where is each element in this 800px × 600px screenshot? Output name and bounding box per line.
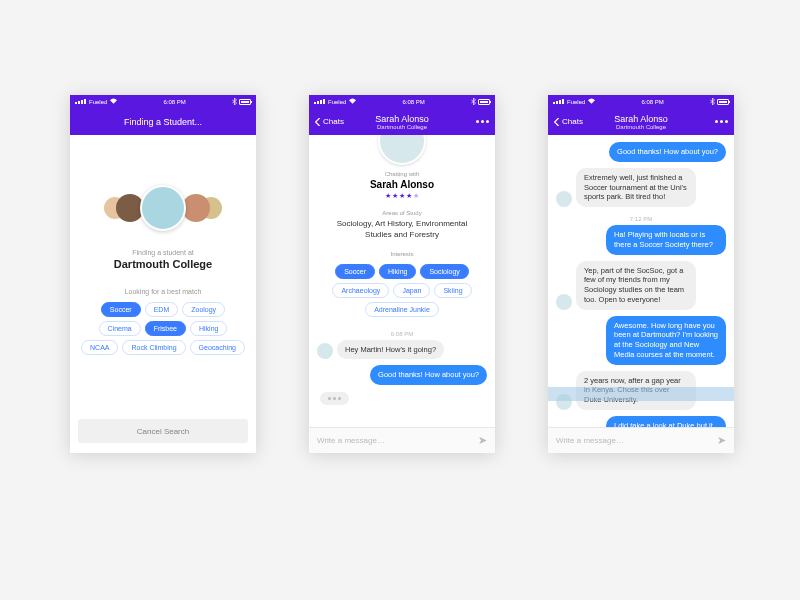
nav-title: Finding a Student...: [70, 117, 256, 127]
composer-placeholder: Write a message…: [556, 436, 624, 445]
avatar-carousel[interactable]: [70, 185, 256, 231]
avatar[interactable]: [182, 194, 210, 222]
interest-pill[interactable]: Frisbee: [145, 321, 186, 336]
back-label: Chats: [562, 117, 583, 126]
profile-avatar[interactable]: [378, 135, 426, 165]
interest-pill[interactable]: Soccer: [335, 264, 375, 279]
more-button[interactable]: [715, 120, 728, 123]
bluetooth-icon: [471, 98, 476, 106]
avatar[interactable]: [317, 343, 333, 359]
message-row: Yep, part of the SocSoc, got a few of my…: [548, 258, 734, 313]
message-bubble: Hey Martin! How's it going?: [337, 340, 444, 360]
message-bubble: Ha! Playing with locals or is there a So…: [606, 225, 726, 255]
clock: 6:08 PM: [117, 99, 232, 105]
interest-pill[interactable]: Skiing: [434, 283, 471, 298]
message-row: I did take a look at Duke but it seems a…: [548, 413, 734, 427]
interest-pill[interactable]: Sociology: [420, 264, 468, 279]
avatar[interactable]: [556, 191, 572, 207]
back-button[interactable]: Chats: [554, 117, 583, 126]
interest-pill[interactable]: Cinema: [99, 321, 141, 336]
finding-text: Finding a student at: [70, 249, 256, 256]
interest-tags: SoccerEDMZoologyCinemaFrisbeeHikingNCAAR…: [80, 302, 246, 355]
chat-body[interactable]: Good thanks! How about you? Extremely we…: [548, 135, 734, 427]
screen-matching: 2. Matching Fueled 6:08 PM Finding a Stu…: [70, 95, 256, 453]
composer[interactable]: Write a message… ➤: [309, 427, 495, 453]
message-row: Good thanks! How about you?: [548, 139, 734, 165]
signal-icon: [314, 99, 325, 104]
interest-pill[interactable]: NCAA: [81, 340, 118, 355]
nav-bar: Chats Sarah Alonso Dartmouth College: [309, 108, 495, 135]
interests-heading: Interests: [309, 251, 495, 257]
interest-pill[interactable]: Zoology: [182, 302, 225, 317]
bluetooth-icon: [232, 98, 237, 106]
status-bar: Fueled 6:08 PM: [548, 95, 734, 108]
message-bubble: I did take a look at Duke but it seems a…: [606, 416, 726, 427]
send-button[interactable]: ➤: [478, 434, 487, 447]
composer[interactable]: Write a message… ➤: [548, 427, 734, 453]
avatar[interactable]: [556, 294, 572, 310]
battery-icon: [478, 99, 490, 105]
chatting-with: Chatting with: [309, 171, 495, 177]
bluetooth-icon: [710, 98, 715, 106]
interest-pill[interactable]: Archaeology: [332, 283, 389, 298]
screen-chat: 4. Chat Fueled 6:08 PM Chats Sarah Alons…: [548, 95, 734, 453]
more-button[interactable]: [476, 120, 489, 123]
profile-name: Sarah Alonso: [309, 179, 495, 190]
areas-text: Sociology, Art History, Environmental St…: [323, 219, 481, 241]
message-bubble: Good thanks! How about you?: [370, 365, 487, 385]
interest-pill[interactable]: Adrenaline Junkie: [365, 302, 439, 317]
carrier: Fueled: [89, 99, 107, 105]
interest-pill[interactable]: Hiking: [190, 321, 227, 336]
clock: 6:08 PM: [356, 99, 471, 105]
interest-pill[interactable]: EDM: [145, 302, 179, 317]
status-bar: Fueled 6:08 PM: [309, 95, 495, 108]
wifi-icon: [588, 98, 595, 105]
avatar[interactable]: [140, 185, 186, 231]
battery-icon: [717, 99, 729, 105]
interest-pill[interactable]: Rock Climbing: [122, 340, 185, 355]
matching-body: Finding a student at Dartmouth College L…: [70, 135, 256, 453]
chat-intro-body: Chatting with Sarah Alonso ★★★★★ Areas o…: [309, 135, 495, 427]
battery-icon: [239, 99, 251, 105]
message-row: Extremely well, just finished a Soccer t…: [548, 165, 734, 210]
college-name: Dartmouth College: [70, 258, 256, 270]
interest-pill[interactable]: Japan: [393, 283, 430, 298]
composer-placeholder: Write a message…: [317, 436, 385, 445]
nav-bar: Finding a Student...: [70, 108, 256, 135]
wifi-icon: [110, 98, 117, 105]
interest-tags: SoccerHikingSociologyArchaeologyJapanSki…: [319, 264, 485, 317]
interest-pill[interactable]: Soccer: [101, 302, 141, 317]
wifi-icon: [349, 98, 356, 105]
areas-heading: Areas of Study: [309, 210, 495, 216]
message-bubble: Yep, part of the SocSoc, got a few of my…: [576, 261, 696, 310]
status-bar: Fueled 6:08 PM: [70, 95, 256, 108]
interest-pill[interactable]: Hiking: [379, 264, 416, 279]
message-row: Awesome. How long have you been at Dartm…: [548, 313, 734, 368]
looking-text: Looking for a best match: [70, 288, 256, 295]
signal-icon: [553, 99, 564, 104]
rating-stars: ★★★★★: [309, 192, 495, 200]
nav-bar: Chats Sarah Alonso Dartmouth College: [548, 108, 734, 135]
back-button[interactable]: Chats: [315, 117, 344, 126]
message-bubble: Awesome. How long have you been at Dartm…: [606, 316, 726, 365]
typing-indicator: [320, 392, 349, 405]
message-bubble: Good thanks! How about you?: [609, 142, 726, 162]
message-row: Ha! Playing with locals or is there a So…: [548, 222, 734, 258]
message-row: Hey Martin! How's it going?: [309, 337, 495, 363]
clock: 6:08 PM: [595, 99, 710, 105]
carrier: Fueled: [567, 99, 585, 105]
interest-pill[interactable]: Geocaching: [190, 340, 245, 355]
cancel-button[interactable]: Cancel Search: [78, 419, 248, 443]
overlay: [548, 387, 734, 401]
send-button[interactable]: ➤: [717, 434, 726, 447]
carrier: Fueled: [328, 99, 346, 105]
message-row: Good thanks! How about you?: [309, 362, 495, 388]
signal-icon: [75, 99, 86, 104]
screen-chat-intro: 3. Chat Intro Fueled 6:08 PM Chats Sarah…: [309, 95, 495, 453]
typing-row: [309, 388, 495, 409]
message-bubble: Extremely well, just finished a Soccer t…: [576, 168, 696, 207]
back-label: Chats: [323, 117, 344, 126]
chevron-left-icon: [315, 118, 321, 126]
chevron-left-icon: [554, 118, 560, 126]
